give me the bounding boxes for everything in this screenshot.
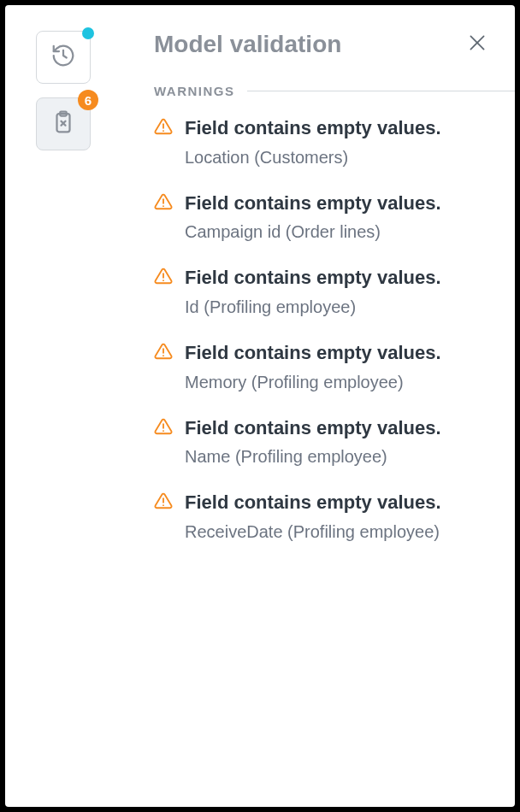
- warning-triangle-icon: [154, 191, 173, 244]
- notification-dot-icon: [82, 27, 94, 39]
- warning-body: Field contains empty values. Id (Profili…: [185, 265, 515, 318]
- warning-item[interactable]: Field contains empty values. Name (Profi…: [154, 415, 515, 468]
- history-button[interactable]: [36, 31, 91, 84]
- warning-triangle-icon: [154, 340, 173, 393]
- warning-item[interactable]: Field contains empty values. Campaign id…: [154, 191, 515, 244]
- warning-body: Field contains empty values. Name (Profi…: [185, 415, 515, 468]
- warning-body: Field contains empty values. Location (C…: [185, 115, 515, 168]
- warning-item[interactable]: Field contains empty values. Id (Profili…: [154, 265, 515, 318]
- warning-detail: Id (Profiling employee): [185, 296, 508, 318]
- close-button[interactable]: [465, 32, 489, 56]
- panel-header: Model validation: [133, 31, 515, 84]
- warning-title: Field contains empty values.: [185, 265, 508, 291]
- clipboard-error-icon: [50, 109, 76, 138]
- warning-title: Field contains empty values.: [185, 191, 508, 216]
- sidebar: 6: [5, 5, 133, 807]
- warning-body: Field contains empty values. ReceiveDate…: [185, 490, 515, 543]
- warning-title: Field contains empty values.: [185, 115, 508, 141]
- warning-detail: Name (Profiling employee): [185, 445, 508, 468]
- warning-count-badge: 6: [78, 90, 98, 110]
- warning-item[interactable]: Field contains empty values. Memory (Pro…: [154, 340, 515, 393]
- warnings-list: Field contains empty values. Location (C…: [133, 115, 515, 543]
- validation-button[interactable]: 6: [36, 97, 91, 150]
- warning-title: Field contains empty values.: [185, 340, 508, 366]
- warning-detail: Memory (Profiling employee): [185, 371, 508, 393]
- warning-body: Field contains empty values. Memory (Pro…: [185, 340, 515, 393]
- section-header: WARNINGS: [133, 84, 515, 115]
- app-frame: 6 Model validation WARNINGS: [5, 5, 515, 807]
- history-icon: [50, 43, 76, 72]
- section-label: WARNINGS: [154, 84, 235, 98]
- warning-detail: Location (Customers): [185, 146, 508, 168]
- validation-panel: Model validation WARNINGS Fiel: [133, 5, 515, 807]
- warning-title: Field contains empty values.: [185, 490, 508, 515]
- warning-triangle-icon: [154, 265, 173, 318]
- warning-body: Field contains empty values. Campaign id…: [185, 191, 515, 244]
- warning-detail: ReceiveDate (Profiling employee): [185, 521, 508, 543]
- warning-item[interactable]: Field contains empty values. ReceiveDate…: [154, 490, 515, 543]
- close-icon: [466, 32, 488, 57]
- warning-item[interactable]: Field contains empty values. Location (C…: [154, 115, 515, 168]
- warning-triangle-icon: [154, 490, 173, 543]
- warning-title: Field contains empty values.: [185, 415, 508, 441]
- divider: [247, 91, 516, 91]
- warning-detail: Campaign id (Order lines): [185, 221, 508, 243]
- warning-triangle-icon: [154, 115, 173, 168]
- panel-title: Model validation: [154, 31, 341, 58]
- warning-triangle-icon: [154, 415, 173, 468]
